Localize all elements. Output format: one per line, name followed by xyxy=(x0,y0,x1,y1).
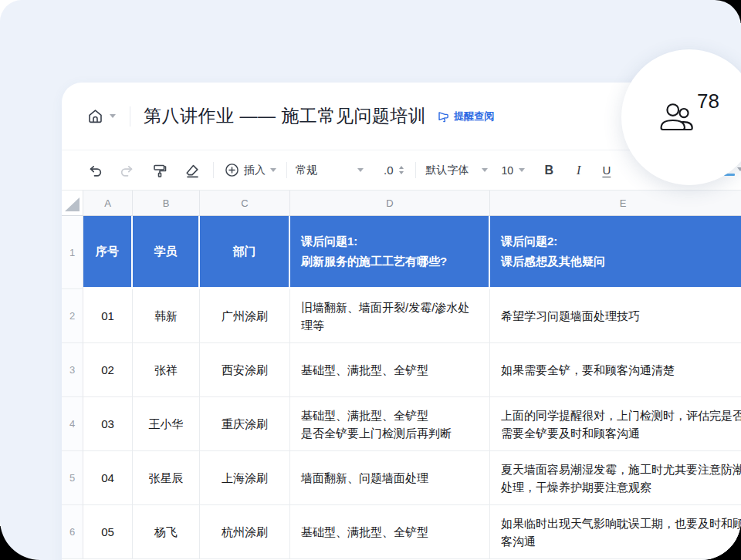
table-row: 201韩新广州涂刷旧墙翻新、墙面开裂/发霉/渗水处理等希望学习问题墙面处理技巧 xyxy=(62,289,741,343)
table-row: 403王小华重庆涂刷基础型、满批型、全铲型 是否全铲要上门检测后再判断上面的同学… xyxy=(62,397,741,451)
font-select[interactable]: 默认字体 xyxy=(426,164,488,177)
bold-button[interactable]: B xyxy=(545,164,554,177)
insert-label: 插入 xyxy=(244,164,266,177)
cell[interactable]: 学员 xyxy=(133,216,200,289)
row-number-4[interactable]: 4 xyxy=(62,397,83,451)
underline-button[interactable]: U xyxy=(602,164,611,177)
eraser-button[interactable] xyxy=(184,163,200,178)
font-size-value: 10 xyxy=(502,164,514,177)
table-row: 605杨飞杭州涂刷基础型、满批型、全铲型如果临时出现天气影响耽误工期，也要及时和… xyxy=(62,505,741,559)
notify-review-link[interactable]: 提醒查阅 xyxy=(437,110,494,123)
column-header-C[interactable]: C xyxy=(200,191,290,216)
home-icon xyxy=(86,107,104,125)
number-format-select[interactable]: 常规 xyxy=(296,164,364,177)
cell[interactable]: 序号 xyxy=(83,216,133,289)
chevron-down-icon xyxy=(110,114,116,118)
cell[interactable]: 旧墙翻新、墙面开裂/发霉/渗水处理等 xyxy=(290,289,490,343)
column-header-B[interactable]: B xyxy=(133,191,200,216)
cell[interactable]: 重庆涂刷 xyxy=(200,397,290,451)
chevron-down-icon[interactable] xyxy=(737,167,741,171)
cell[interactable]: 夏天墙面容易潮湿发霉，施工时尤其要注意防潮处理，干燥养护期要注意观察 xyxy=(490,451,741,505)
column-letter-strip: ABCDE xyxy=(62,191,741,216)
row-number-6[interactable]: 6 xyxy=(62,505,83,559)
cell[interactable]: 课后问题1: 刷新服务的施工工艺有哪些? xyxy=(290,216,490,289)
row-number-1[interactable]: 1 xyxy=(62,216,83,289)
sheet-rows: 1序号学员部门课后问题1: 刷新服务的施工工艺有哪些?课后问题2: 课后感想及其… xyxy=(62,216,741,559)
notify-review-label: 提醒查阅 xyxy=(454,110,494,123)
cell[interactable]: 03 xyxy=(83,397,133,451)
screenshot-stage: 第八讲作业 —— 施工常见问题培训 提醒查阅 xyxy=(0,0,741,560)
cell[interactable]: 基础型、满批型、全铲型 是否全铲要上门检测后再判断 xyxy=(290,397,490,451)
megaphone-icon xyxy=(437,110,450,123)
eraser-icon xyxy=(184,163,200,178)
cell[interactable]: 基础型、满批型、全铲型 xyxy=(290,343,490,397)
table-row: 302张祥西安涂刷基础型、满批型、全铲型如果需要全铲，要和顾客沟通清楚 xyxy=(62,343,741,397)
column-header-A[interactable]: A xyxy=(83,191,133,216)
row-number-5[interactable]: 5 xyxy=(62,451,83,505)
spinner-up-icon[interactable] xyxy=(399,166,404,169)
select-all-triangle-icon xyxy=(65,197,80,211)
cell[interactable]: 课后问题2: 课后感想及其他疑问 xyxy=(490,216,741,289)
format-painter-button[interactable] xyxy=(152,163,167,178)
cell[interactable]: 杨飞 xyxy=(133,505,200,559)
cell[interactable]: 上海涂刷 xyxy=(200,451,290,505)
number-format-value: 常规 xyxy=(296,164,317,177)
italic-button[interactable]: I xyxy=(577,164,580,177)
document-title[interactable]: 第八讲作业 —— 施工常见问题培训 xyxy=(144,104,426,128)
cell[interactable]: 上面的同学提醒很对，上门检测时，评估完是否需要全铲要及时和顾客沟通 xyxy=(490,397,741,451)
cell[interactable]: 张星辰 xyxy=(133,451,200,505)
people-icon xyxy=(658,100,697,133)
collaborator-count: 78 xyxy=(697,89,719,113)
spinner-down-icon[interactable] xyxy=(399,171,404,174)
plus-circle-icon xyxy=(225,163,239,177)
row-number-2[interactable]: 2 xyxy=(62,289,83,343)
format-painter-icon xyxy=(152,163,167,178)
divider xyxy=(286,162,287,178)
cell[interactable]: 墙面翻新、问题墙面处理 xyxy=(290,451,490,505)
cell[interactable]: 张祥 xyxy=(133,343,200,397)
cell[interactable]: 05 xyxy=(83,505,133,559)
chevron-down-icon xyxy=(482,168,488,172)
cell[interactable]: 02 xyxy=(83,343,133,397)
font-value: 默认字体 xyxy=(426,164,469,177)
cell[interactable]: 04 xyxy=(83,451,133,505)
cell[interactable]: 西安涂刷 xyxy=(200,343,290,397)
row-number-3[interactable]: 3 xyxy=(62,343,83,397)
undo-icon xyxy=(87,163,103,178)
cell[interactable]: 如果临时出现天气影响耽误工期，也要及时和顾客沟通 xyxy=(490,505,741,559)
column-header-E[interactable]: E xyxy=(490,191,741,216)
decimal-places-stepper[interactable]: .0 xyxy=(384,164,404,177)
cell[interactable]: 部门 xyxy=(200,216,290,289)
redo-button[interactable] xyxy=(120,163,135,178)
cell[interactable]: 基础型、满批型、全铲型 xyxy=(290,505,490,559)
insert-button[interactable]: 插入 xyxy=(225,163,276,177)
divider xyxy=(415,162,416,178)
app-background: 第八讲作业 —— 施工常见问题培训 提醒查阅 xyxy=(0,0,741,560)
divider xyxy=(130,106,130,127)
cell[interactable]: 王小华 xyxy=(133,397,200,451)
cell[interactable]: 如果需要全铲，要和顾客沟通清楚 xyxy=(490,343,741,397)
cell[interactable]: 希望学习问题墙面处理技巧 xyxy=(490,289,741,343)
undo-button[interactable] xyxy=(87,163,103,178)
select-all-corner[interactable] xyxy=(62,191,83,216)
chevron-down-icon xyxy=(519,168,525,172)
cell[interactable]: 杭州涂刷 xyxy=(200,505,290,559)
chevron-down-icon xyxy=(357,168,364,172)
column-header-D[interactable]: D xyxy=(290,191,490,216)
font-size-select[interactable]: 10 xyxy=(502,164,525,177)
home-button[interactable] xyxy=(86,107,116,125)
cell[interactable]: 广州涂刷 xyxy=(200,289,290,343)
table-row: 1序号学员部门课后问题1: 刷新服务的施工工艺有哪些?课后问题2: 课后感想及其… xyxy=(62,216,741,289)
spinner xyxy=(399,166,404,174)
table-row: 504张星辰上海涂刷墙面翻新、问题墙面处理夏天墙面容易潮湿发霉，施工时尤其要注意… xyxy=(62,451,741,505)
cell[interactable]: 韩新 xyxy=(133,289,200,343)
chevron-down-icon xyxy=(270,168,276,172)
divider xyxy=(213,162,214,178)
spreadsheet-grid: ABCDE 1序号学员部门课后问题1: 刷新服务的施工工艺有哪些?课后问题2: … xyxy=(62,191,741,559)
decimal-label: .0 xyxy=(384,164,394,177)
cell[interactable]: 01 xyxy=(83,289,133,343)
redo-icon xyxy=(120,163,135,178)
